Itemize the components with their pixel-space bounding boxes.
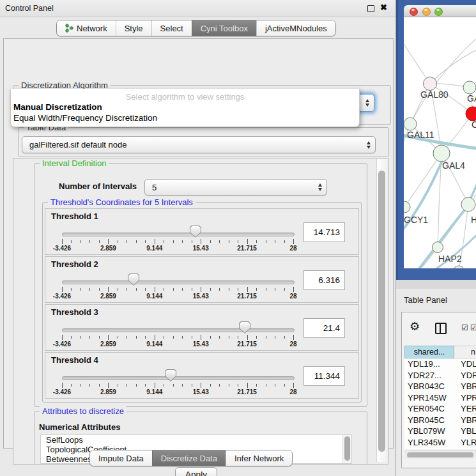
- scrollbar-thumb[interactable]: [378, 171, 385, 452]
- cell-name: YBR04: [461, 381, 476, 392]
- column-header-name[interactable]: n: [454, 346, 476, 358]
- table-row[interactable]: YPR145WYPR14: [404, 392, 476, 404]
- network-node[interactable]: [433, 242, 443, 253]
- network-icon: [65, 24, 73, 33]
- slider-handle[interactable]: [165, 369, 176, 381]
- table-row[interactable]: YDR27...YDR27: [404, 370, 476, 381]
- column-header-shared-name[interactable]: shared...: [404, 346, 454, 358]
- table-row[interactable]: YBL079WYBL07: [404, 426, 476, 437]
- network-node[interactable]: [453, 266, 464, 268]
- network-node[interactable]: [466, 107, 476, 121]
- checkbox-icon[interactable]: ☑: [461, 323, 468, 332]
- float-window-icon[interactable]: [367, 5, 374, 12]
- popup-option-manual-discretization[interactable]: Manual Discretization: [13, 102, 102, 112]
- tick-label: 9.144: [146, 341, 162, 348]
- threshold-label: Threshold 4: [51, 355, 98, 365]
- tab-cyni-toolbox[interactable]: Cyni Toolbox: [192, 20, 256, 36]
- tick-label: 21.715: [237, 245, 257, 252]
- tick-label: -3.426: [53, 293, 71, 300]
- tab-jactivemnodules[interactable]: jActiveMNodules: [256, 20, 335, 36]
- scrollbar-thumb[interactable]: [344, 436, 350, 461]
- scrollbar-thumb[interactable]: [407, 452, 473, 457]
- mac-minimize-icon[interactable]: [422, 8, 431, 16]
- table-row[interactable]: YER054CYER05: [404, 403, 476, 415]
- threshold-panel: Threshold 3 -3.4262.8599.14415.4321.7152…: [45, 304, 359, 351]
- table-row[interactable]: YBR045CYBR04: [404, 415, 476, 426]
- network-node[interactable]: [461, 197, 475, 211]
- threshold-value-field[interactable]: 14.713: [303, 222, 345, 242]
- cell-name: YDL19: [461, 358, 476, 369]
- number-of-intervals-combobox[interactable]: 5: [144, 179, 327, 196]
- slider-handle[interactable]: [190, 226, 201, 238]
- split-columns-icon[interactable]: [435, 323, 447, 334]
- network-node[interactable]: [404, 201, 410, 213]
- slider-handle[interactable]: [128, 273, 139, 286]
- network-node-label: GAL4: [442, 160, 465, 171]
- checkbox-icon[interactable]: ☑: [470, 323, 476, 332]
- tick-label: 21.715: [237, 293, 257, 300]
- table-row[interactable]: YIL052CYIL05: [404, 448, 476, 449]
- network-window[interactable]: GAL80GACGAL11GAL4GCY1HHAP2: [396, 0, 476, 280]
- list-scrollbar[interactable]: [342, 435, 351, 463]
- tab-infer-network[interactable]: Infer Network: [226, 450, 292, 466]
- mac-close-icon[interactable]: [410, 8, 418, 16]
- network-node[interactable]: [404, 118, 417, 130]
- cell-name: YDR27: [461, 370, 476, 381]
- tick-label: 9.144: [146, 388, 162, 395]
- number-of-intervals-label: Number of Intervals: [59, 181, 137, 191]
- cell-name: YIL05: [461, 448, 476, 449]
- tick-label: 28: [289, 293, 296, 300]
- threshold-value-field[interactable]: 21.4: [303, 318, 345, 338]
- attribute-list-item[interactable]: SelfLoops: [41, 435, 351, 445]
- slider-track[interactable]: [62, 233, 295, 236]
- network-node[interactable]: [433, 145, 450, 162]
- threshold-panel: Threshold 2 -3.4262.8599.14415.4321.7152…: [45, 256, 359, 303]
- cell-shared-name: YPR145W: [408, 392, 447, 403]
- control-panel: Control Panel ✖ Network Style Select Cyn…: [0, 0, 396, 476]
- threshold-panel: Threshold 1 -3.4262.8599.14415.4321.7152…: [45, 208, 359, 255]
- horizontal-scrollbar[interactable]: [404, 450, 476, 459]
- tick-label: 28: [289, 341, 296, 348]
- thresholds-coordinates-label: Threshold's Coordinates for 5 Intervals: [48, 197, 196, 207]
- slider-handle[interactable]: [239, 321, 250, 334]
- cell-name: YPR14: [461, 392, 476, 403]
- table-row[interactable]: YDL19...YDL19: [404, 358, 476, 370]
- close-icon[interactable]: ✖: [380, 3, 387, 12]
- tab-select[interactable]: Select: [151, 20, 192, 36]
- table-row[interactable]: YBR043CYBR04: [404, 381, 476, 392]
- threshold-value-field[interactable]: 11.344: [303, 366, 345, 386]
- table-data-combobox[interactable]: galFiltered.sif default node: [22, 136, 376, 153]
- attributes-to-discretize-label: Attributes to discretize: [40, 406, 127, 416]
- tab-discretize-data[interactable]: Discretize Data: [152, 450, 226, 466]
- table-header-row: shared... n: [404, 346, 476, 358]
- table-panel-title: Table Panel: [404, 295, 447, 305]
- network-node[interactable]: [463, 81, 476, 94]
- popup-option-equal-width-frequency[interactable]: Equal Width/Frequency Discretization: [13, 113, 157, 123]
- slider-tick-labels: -3.4262.8599.14415.4321.71528: [62, 341, 293, 348]
- top-tab-bar: Network Style Select Cyni Toolbox jActiv…: [56, 20, 336, 36]
- slider-track[interactable]: [62, 280, 295, 284]
- cell-shared-name: YBR045C: [408, 415, 445, 426]
- tick-label: 15.43: [193, 341, 209, 348]
- mac-zoom-icon[interactable]: [434, 8, 443, 16]
- tick-label: -3.426: [53, 245, 71, 252]
- slider-track[interactable]: [62, 328, 295, 332]
- slider-ticks: [62, 335, 293, 340]
- tab-style[interactable]: Style: [116, 20, 151, 36]
- network-canvas[interactable]: GAL80GACGAL11GAL4GCY1HHAP2: [404, 17, 476, 268]
- tab-network[interactable]: Network: [57, 20, 116, 36]
- network-window-titlebar[interactable]: [404, 5, 476, 17]
- combo-stepper-icon: [365, 99, 369, 107]
- slider-track[interactable]: [62, 376, 295, 380]
- vertical-scrollbar[interactable]: [376, 159, 387, 462]
- cell-name: YER05: [461, 403, 476, 414]
- gear-icon[interactable]: ⚙: [410, 321, 420, 332]
- apply-button[interactable]: Apply: [175, 467, 217, 476]
- threshold-value-field[interactable]: 6.316: [303, 270, 345, 290]
- control-panel-titlebar: Control Panel ✖: [0, 0, 395, 17]
- combo-stepper-icon: [367, 141, 371, 149]
- table-row[interactable]: YLR345WYLR34: [404, 437, 476, 449]
- threshold-panel: Threshold 4 -3.4262.8599.14415.4321.7152…: [45, 352, 359, 399]
- tab-impute-data[interactable]: Impute Data: [90, 450, 152, 466]
- network-node[interactable]: [424, 77, 437, 91]
